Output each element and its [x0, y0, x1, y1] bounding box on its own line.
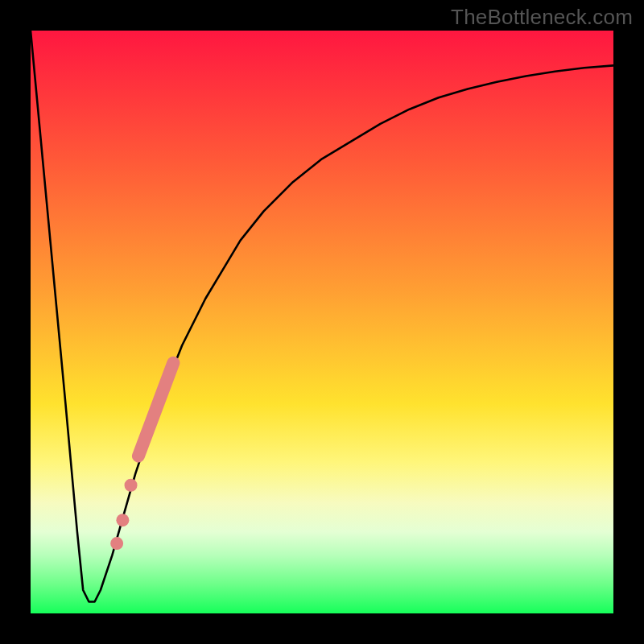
segment-highlight: [138, 363, 173, 456]
curve-markers: [110, 363, 173, 550]
plot-area: [31, 31, 613, 613]
chart-frame: TheBottleneck.com: [0, 0, 644, 644]
curve-layer: [31, 31, 613, 613]
dot-1: [125, 479, 138, 492]
dot-2: [116, 514, 129, 526]
watermark-text: TheBottleneck.com: [451, 5, 633, 30]
dot-3: [110, 537, 123, 550]
